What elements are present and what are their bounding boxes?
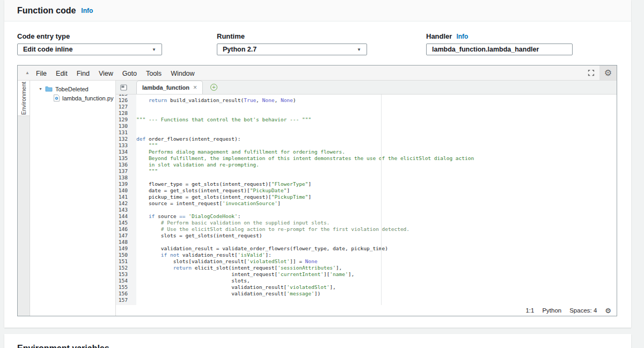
menu-tools[interactable]: Tools [146,70,162,77]
gear-icon[interactable]: ⚙ [605,307,611,315]
code-line[interactable]: 138 [116,175,617,181]
line-content: validation_result = validate_order_flowe… [132,245,388,252]
code-entry-type-label: Code entry type [17,32,162,40]
add-tab-button[interactable]: + [210,84,217,91]
code-line[interactable]: 156 validation_result['message']) [116,291,617,297]
line-content: source = intent_request['invocationSourc… [132,200,281,207]
line-content: slots, [132,278,250,284]
code-line[interactable]: 143 [116,207,617,213]
line-content: # Use the elicitSlot dialog action to re… [132,226,409,233]
code-line[interactable]: 139 flower_type = get_slots(intent_reque… [116,181,617,187]
code-line[interactable]: 129""" --- Functions that control the bo… [116,117,617,123]
code-line[interactable]: 133 """ [116,142,617,149]
code-line[interactable]: 153 intent_request['currentIntent']['nam… [116,271,617,278]
line-number: 151 [116,258,132,265]
indent-setting[interactable]: Spaces: 4 [569,307,597,314]
line-content: validation_result['message']) [132,291,320,297]
code-line[interactable]: 131 [116,129,617,136]
environment-variables-panel: Environment variables [4,334,631,348]
menu-file[interactable]: File [36,70,47,77]
handler-label: Handler [426,32,452,40]
tab-list-icon[interactable] [120,84,128,91]
line-number: 135 [116,155,132,162]
line-number: 148 [116,239,132,245]
code-line[interactable]: 126 return build_validation_result(True,… [116,97,617,104]
line-number: 146 [116,226,132,233]
line-number: 131 [116,129,132,136]
code-line[interactable]: 140 date = get_slots(intent_request)["Pi… [116,187,617,194]
environment-variables-title: Environment variables [17,344,109,348]
code-line[interactable]: 130 [116,123,617,129]
line-number: 147 [116,233,132,239]
tree-folder-row[interactable]: ▼ TobeDeleted [30,84,115,93]
collapse-editor-icon[interactable]: ▲ [25,70,30,75]
menu-goto[interactable]: Goto [122,70,137,77]
chevron-down-icon: ▼ [152,47,156,52]
environment-sidebar: Environment [18,81,30,316]
line-content: validation_result['violatedSlot'], [132,284,336,291]
line-number: 157 [116,297,132,303]
menu-window[interactable]: Window [171,70,194,77]
cursor-position[interactable]: 1:1 [525,307,534,314]
code-lines: 125126 return build_validation_result(Tr… [116,95,617,303]
line-number: 144 [116,213,132,220]
handler-input[interactable] [426,44,573,55]
code-line[interactable]: 127 [116,104,617,110]
line-content: """ --- Functions that control the bot's… [132,117,311,123]
line-content: # Perform basic validation on the suppli… [132,220,330,226]
code-line[interactable]: 154 slots, [116,278,617,284]
code-line[interactable]: 155 validation_result['violatedSlot'], [116,284,617,291]
menu-edit[interactable]: Edit [56,70,68,77]
menu-view[interactable]: View [99,70,113,77]
python-file-icon [54,95,60,102]
line-number: 145 [116,220,132,226]
code-line[interactable]: 134 Performs dialog management and fulfi… [116,149,617,155]
line-content: in slot validation and re-prompting. [132,162,259,168]
fullscreen-icon[interactable] [587,69,595,77]
code-line[interactable]: 150 if not validation_result['isValid']: [116,252,617,258]
syntax-mode[interactable]: Python [542,307,561,314]
runtime-value: Python 2.7 [223,46,257,53]
code-line[interactable]: 151 slots[validation_result['violatedSlo… [116,258,617,265]
code-line[interactable]: 148 [116,239,617,245]
code-line[interactable]: 132def order_flowers(intent_request): [116,136,617,142]
environment-tab[interactable]: Environment [18,81,30,116]
panel-title: Function code [17,6,76,16]
function-code-info-link[interactable]: Info [81,7,93,15]
line-content [132,297,136,303]
code-line[interactable]: 142 source = intent_request['invocationS… [116,200,617,207]
code-line[interactable]: 136 in slot validation and re-prompting. [116,162,617,168]
panel-header: Function code Info [4,0,631,21]
code-line[interactable]: 152 return elicit_slot(intent_request['s… [116,265,617,271]
chevron-down-icon: ▼ [357,47,361,52]
file-name: lambda_function.py [62,95,113,102]
line-content [132,129,136,136]
code-line[interactable]: 146 # Use the elicitSlot dialog action t… [116,226,617,233]
code-line[interactable]: 149 validation_result = validate_order_f… [116,245,617,252]
folder-expand-icon[interactable]: ▼ [39,87,42,91]
code-line[interactable]: 141 pickup_time = get_slots(intent_reque… [116,194,617,200]
editor-settings-button[interactable]: ⚙ [599,66,617,80]
menu-find[interactable]: Find [77,70,90,77]
code-line[interactable]: 137 """ [116,168,617,175]
line-content: slots = get_slots(intent_request) [132,233,262,239]
line-number: 141 [116,194,132,200]
tab-label: lambda_function [142,84,189,91]
code-line[interactable]: 128 [116,110,617,117]
handler-info-link[interactable]: Info [456,33,468,40]
code-line[interactable]: 145 # Perform basic validation on the su… [116,220,617,226]
tab-lambda-function[interactable]: lambda_function × [136,81,203,94]
code-entry-type-select[interactable]: Edit code inline ▼ [17,44,162,55]
code-settings-form: Code entry type Edit code inline ▼ Runti… [4,21,631,55]
code-line[interactable]: 157 [116,297,617,303]
line-number: 142 [116,200,132,207]
gear-icon: ⚙ [604,69,612,77]
close-icon[interactable]: × [193,84,197,91]
editor-tabbar: lambda_function × + [116,81,617,95]
code-line[interactable]: 144 if source == 'DialogCodeHook': [116,213,617,220]
code-area[interactable]: 125126 return build_validation_result(Tr… [116,95,617,305]
tree-file-row[interactable]: lambda_function.py [30,93,115,103]
code-line[interactable]: 147 slots = get_slots(intent_request) [116,233,617,239]
code-line[interactable]: 135 Beyond fulfillment, the implementati… [116,155,617,162]
runtime-select[interactable]: Python 2.7 ▼ [217,44,367,55]
